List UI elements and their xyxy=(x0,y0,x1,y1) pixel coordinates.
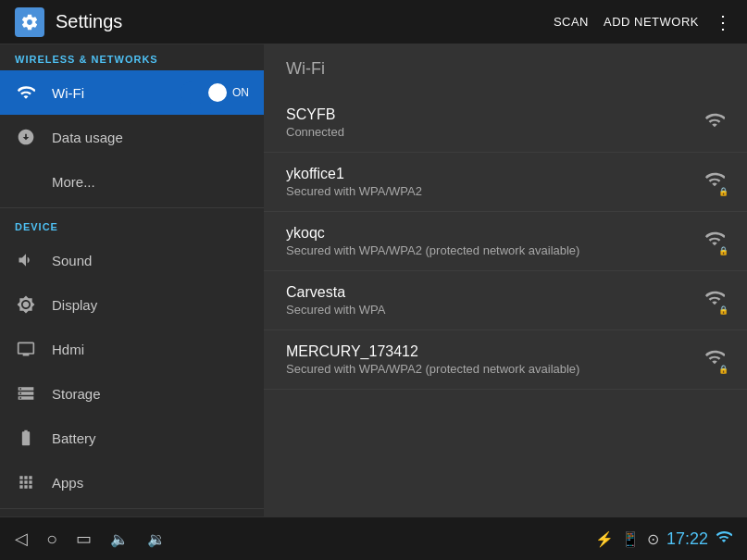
add-network-button[interactable]: ADD NETWORK xyxy=(604,15,699,29)
section-device: DEVICE xyxy=(0,212,264,238)
accessibility-status-icon: ⊙ xyxy=(647,530,659,548)
storage-label: Storage xyxy=(52,386,101,402)
main-layout: WIRELESS & NETWORKS Wi-Fi ON xyxy=(0,44,747,516)
wifi-signal-ykoffice1: 🔒 xyxy=(704,169,725,194)
network-status-mercury: Secured with WPA/WPA2 (protected network… xyxy=(286,362,704,376)
section-personal: PERSONAL xyxy=(0,513,264,516)
wifi-toggle-track[interactable] xyxy=(181,81,229,104)
section-wireless-networks: WIRELESS & NETWORKS xyxy=(0,44,264,70)
wifi-status-icon xyxy=(716,529,732,549)
app-title: Settings xyxy=(56,11,122,32)
nav-buttons: ◁ ○ ▭ 🔈 🔉 xyxy=(15,529,595,550)
wifi-signal-scyfb xyxy=(704,110,725,135)
wifi-icon xyxy=(15,81,37,104)
sidebar-item-storage[interactable]: Storage xyxy=(0,371,264,416)
app-icon xyxy=(15,7,44,37)
sound-label: Sound xyxy=(52,253,92,268)
storage-icon xyxy=(15,382,37,404)
network-name-ykoffice1: ykoffice1 xyxy=(286,166,704,182)
wifi-signal-carvesta: 🔒 xyxy=(704,288,725,313)
network-status-carvesta: Secured with WPA xyxy=(286,303,704,317)
top-bar: Settings SCAN ADD NETWORK ⋮ xyxy=(0,0,747,44)
more-label: More... xyxy=(52,174,95,190)
wifi-label: Wi-Fi xyxy=(52,85,84,101)
apps-label: Apps xyxy=(52,475,83,491)
scan-button[interactable]: SCAN xyxy=(554,15,589,29)
network-info-ykoqc: ykoqc Secured with WPA/WPA2 (protected n… xyxy=(286,225,704,257)
sidebar-item-data-usage[interactable]: Data usage xyxy=(0,115,264,159)
recents-button[interactable]: ▭ xyxy=(76,529,92,549)
content-area: Wi-Fi SCYFB Connected ykoffice1 Secure xyxy=(264,44,747,516)
network-name-ykoqc: ykoqc xyxy=(286,225,704,242)
top-bar-actions: SCAN ADD NETWORK ⋮ xyxy=(554,11,732,33)
sidebar-item-more[interactable]: More... xyxy=(0,159,264,204)
network-info-ykoffice1: ykoffice1 Secured with WPA/WPA2 xyxy=(286,166,704,198)
volume-up-button[interactable]: 🔉 xyxy=(147,530,166,548)
sidebar-item-battery[interactable]: Battery xyxy=(0,416,264,460)
bottom-bar: ◁ ○ ▭ 🔈 🔉 ⚡ 📱 ⊙ 17:22 xyxy=(0,516,747,560)
back-button[interactable]: ◁ xyxy=(15,529,28,549)
more-icon xyxy=(15,170,37,193)
network-item-ykoqc[interactable]: ykoqc Secured with WPA/WPA2 (protected n… xyxy=(264,212,747,271)
phone-status-icon: 📱 xyxy=(621,530,640,548)
network-item-mercury[interactable]: MERCURY_173412 Secured with WPA/WPA2 (pr… xyxy=(264,330,747,390)
sidebar-item-wifi[interactable]: Wi-Fi ON xyxy=(0,70,264,115)
wifi-signal-ykoqc: 🔒 xyxy=(704,229,725,254)
network-status-scyfb: Connected xyxy=(286,125,704,139)
hdmi-label: Hdmi xyxy=(52,342,84,357)
sidebar: WIRELESS & NETWORKS Wi-Fi ON xyxy=(0,44,264,516)
divider-2 xyxy=(0,508,264,509)
data-usage-icon xyxy=(15,126,37,148)
network-item-ykoffice1[interactable]: ykoffice1 Secured with WPA/WPA2 🔒 xyxy=(264,153,747,212)
home-button[interactable]: ○ xyxy=(46,529,57,550)
wifi-toggle-label: ON xyxy=(232,86,249,99)
network-name-scyfb: SCYFB xyxy=(286,106,704,123)
wifi-signal-mercury: 🔒 xyxy=(704,347,725,372)
sidebar-item-sound[interactable]: Sound xyxy=(0,238,264,282)
top-bar-left: Settings xyxy=(15,7,554,37)
data-usage-label: Data usage xyxy=(52,130,123,145)
sound-icon xyxy=(15,249,37,271)
usb-status-icon: ⚡ xyxy=(595,530,614,548)
network-info-mercury: MERCURY_173412 Secured with WPA/WPA2 (pr… xyxy=(286,343,704,376)
divider-1 xyxy=(0,207,264,208)
clock-display: 17:22 xyxy=(666,529,708,549)
content-title: Wi-Fi xyxy=(264,44,747,93)
apps-icon xyxy=(15,471,37,493)
wifi-toggle-knob xyxy=(208,83,227,102)
volume-down-button[interactable]: 🔈 xyxy=(110,530,129,548)
battery-label: Battery xyxy=(52,430,96,446)
network-status-ykoffice1: Secured with WPA/WPA2 xyxy=(286,184,704,198)
display-icon xyxy=(15,293,37,316)
overflow-menu-button[interactable]: ⋮ xyxy=(714,11,732,33)
network-info-scyfb: SCYFB Connected xyxy=(286,106,704,139)
battery-icon xyxy=(15,427,37,449)
network-item-carvesta[interactable]: Carvesta Secured with WPA 🔒 xyxy=(264,271,747,330)
network-info-carvesta: Carvesta Secured with WPA xyxy=(286,284,704,317)
network-name-carvesta: Carvesta xyxy=(286,284,704,301)
wifi-toggle[interactable]: ON xyxy=(181,81,249,104)
sidebar-item-hdmi[interactable]: Hdmi xyxy=(0,327,264,371)
network-item-scyfb[interactable]: SCYFB Connected xyxy=(264,93,747,153)
sidebar-item-display[interactable]: Display xyxy=(0,282,264,327)
network-name-mercury: MERCURY_173412 xyxy=(286,343,704,360)
network-list: SCYFB Connected ykoffice1 Secured with W… xyxy=(264,93,747,390)
network-status-ykoqc: Secured with WPA/WPA2 (protected network… xyxy=(286,243,704,257)
status-bar-right: ⚡ 📱 ⊙ 17:22 xyxy=(595,529,732,549)
display-label: Display xyxy=(52,297,97,313)
hdmi-icon xyxy=(15,338,37,360)
sidebar-item-apps[interactable]: Apps xyxy=(0,460,264,504)
